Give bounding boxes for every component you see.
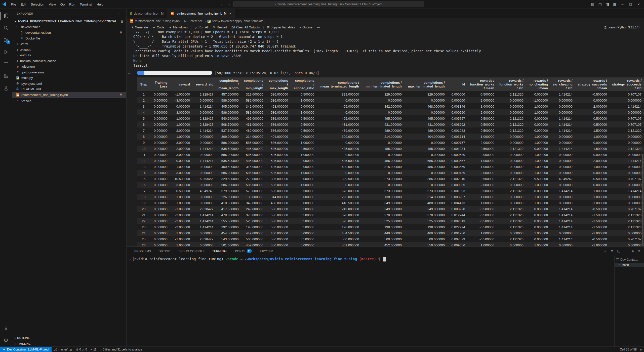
- search-sidebar-icon[interactable]: [0, 22, 12, 34]
- menu-edit[interactable]: Edit: [18, 0, 28, 9]
- file-item-outputs[interactable]: ›outputs: [12, 53, 126, 58]
- cell: 1.414214: [550, 212, 575, 218]
- file-item-.devcontainer[interactable]: ›.devcontainer: [12, 24, 126, 30]
- panel-more-icon[interactable]: ⋯: [623, 248, 629, 254]
- cell: -1.000000: [170, 91, 192, 97]
- maximize-panel-icon[interactable]: ∧: [630, 248, 636, 254]
- new-terminal-icon[interactable]: ＋: [602, 248, 608, 254]
- terminal-dropdown-icon[interactable]: ∨: [609, 248, 615, 254]
- file-item-reinforcement_fine_tuning.ipynb[interactable]: reinforcement_fine_tuning.ipynbM: [12, 92, 126, 98]
- menu-file[interactable]: File: [9, 0, 18, 9]
- ports-status[interactable]: ⌖ 11: [89, 347, 98, 352]
- menu-help[interactable]: Help: [94, 0, 106, 9]
- layout-grid-icon[interactable]: ▦: [611, 2, 618, 6]
- tab-devcontainer-json[interactable]: {} devcontainer.json M: [127, 9, 167, 18]
- remote-explorer-icon[interactable]: [0, 58, 12, 70]
- docker-icon: ≋: [20, 36, 24, 40]
- maximize-button[interactable]: □: [627, 0, 634, 9]
- file-item-README.md[interactable]: ⓘREADME.md: [12, 86, 126, 92]
- panel-tab-debug-console[interactable]: DEBUG CONSOLE: [177, 247, 206, 255]
- menu-selection[interactable]: Selection: [28, 0, 46, 9]
- command-center-search[interactable]: ⌕ nvidia_reinforcement_learning_fine_tun…: [233, 1, 424, 7]
- cell: 0.000000: [150, 236, 170, 242]
- panel-tab-ports[interactable]: PORTS11: [234, 247, 253, 255]
- extensions-icon[interactable]: [0, 70, 12, 82]
- cell: 0.002013: [447, 218, 468, 224]
- kernel-picker[interactable]: ⚗ .venv (Python 3.11.14): [604, 26, 644, 29]
- remote-indicator[interactable]: >< Dev Container: LLM-RL-Project: [0, 347, 52, 352]
- menu-view[interactable]: View: [47, 0, 58, 9]
- add-markdown-cell-button[interactable]: ＋Markdown: [167, 24, 190, 30]
- panel-tab-output[interactable]: OUTPUT: [157, 247, 172, 255]
- cell: 0.000000: [497, 152, 526, 158]
- run-debug-icon[interactable]: [0, 46, 12, 58]
- close-button[interactable]: ×: [635, 0, 642, 9]
- account-icon[interactable]: [0, 322, 12, 334]
- terminal-group-header[interactable]: Dev Contai...: [615, 257, 644, 262]
- timeline-section[interactable]: › TIMELINE: [12, 341, 126, 346]
- explorer-more-icon[interactable]: ⋯: [118, 12, 122, 16]
- panel-tab-jupyter[interactable]: JUPYTER: [258, 247, 274, 255]
- back-arrow-icon[interactable]: ←: [220, 2, 224, 6]
- clear-outputs-button[interactable]: ⌧Clear All Outputs: [229, 24, 262, 30]
- close-panel-icon[interactable]: ×: [636, 248, 641, 254]
- settings-gear-icon[interactable]: ⚙: [0, 334, 12, 346]
- restart-button[interactable]: ⟳Restart: [211, 24, 229, 30]
- analyze-status[interactable]: ◌ 0 files and 31 cells to analyze: [98, 347, 144, 352]
- terminal[interactable]: ○(nvidia-reinforcement-learning-fine-tun…: [127, 255, 614, 346]
- file-item-.venv[interactable]: ›.venv: [12, 41, 126, 47]
- terminal-bash-item[interactable]: › bash: [615, 263, 644, 267]
- cell: -1.500000: [575, 127, 610, 134]
- problems-status[interactable]: ⊗ 0 △ 0: [74, 347, 89, 352]
- menu-terminal[interactable]: Terminal: [77, 0, 94, 9]
- cell: -2.000000: [575, 158, 610, 164]
- file-item-unsloth_compiled_cache[interactable]: ›unsloth_compiled_cache: [12, 58, 126, 64]
- breadcrumb-file[interactable]: reinforcement_fine_tuning.ipynb: [135, 19, 180, 23]
- cell: 392.000000: [216, 224, 241, 230]
- panel-tab-problems[interactable]: PROBLEMS: [133, 247, 152, 255]
- breadcrumb-code[interactable]: text = tokenizer.apply_chat_template(: [212, 19, 264, 23]
- file-item-pyproject.toml[interactable]: ⚙pyproject.toml: [12, 81, 126, 86]
- toggle-panel-icon[interactable]: ◨: [604, 2, 611, 6]
- project-action-icon[interactable]: ◎: [121, 20, 123, 23]
- close-tab-icon[interactable]: ×: [229, 12, 231, 16]
- customize-layout-icon[interactable]: ▤: [589, 2, 596, 6]
- git-branch-status[interactable]: ⎇ master* ☁: [52, 347, 74, 352]
- outline-button[interactable]: ≡Outline: [297, 24, 314, 30]
- table-row: 120.0000000.0000001.414214535.500000486.…: [137, 158, 644, 164]
- add-code-cell-button[interactable]: ＋Code: [150, 24, 166, 30]
- forward-arrow-icon[interactable]: →: [226, 2, 231, 6]
- tab-reinforcement-ipynb[interactable]: reinforcement_fine_tuning.ipynb M ×: [167, 9, 235, 18]
- jupyter-variables-button[interactable]: ⊡Jupyter Variables: [265, 24, 297, 30]
- editor-scrollbar[interactable]: [642, 154, 643, 246]
- file-item-uv.lock[interactable]: ≡uv.lock: [12, 98, 126, 104]
- run-all-button[interactable]: ▷Run All: [193, 24, 211, 30]
- split-terminal-icon[interactable]: ◫: [616, 248, 622, 254]
- explorer-icon[interactable]: [0, 10, 12, 22]
- menu-run[interactable]: Run: [67, 0, 77, 9]
- breadcrumb-section[interactable]: Inference: [190, 19, 203, 23]
- file-item-main.py[interactable]: main.py: [12, 75, 126, 81]
- file-item-devcontainer.json[interactable]: {}devcontainer.jsonM: [12, 30, 126, 36]
- cell: 386.000000: [404, 176, 447, 182]
- toolbar-more-button[interactable]: ⋯: [315, 24, 322, 30]
- menu-go[interactable]: Go: [58, 0, 67, 9]
- file-item-.vscode[interactable]: ›.vscode: [12, 47, 126, 53]
- outline-section[interactable]: › OUTLINE: [12, 335, 126, 341]
- toggle-sidebar-icon[interactable]: ◫: [597, 2, 603, 6]
- chevron-down-icon: ›: [16, 25, 20, 29]
- text-icon: ≡: [16, 99, 20, 102]
- notifications-bell[interactable]: ⍾: [638, 348, 644, 351]
- cell-more-icon[interactable]: ⋯: [128, 71, 131, 75]
- breadcrumb[interactable]: reinforcement_fine_tuning.ipynb › M↓ Inf…: [127, 18, 644, 24]
- panel-tab-terminal[interactable]: TERMINAL: [211, 247, 229, 255]
- cell-indicator[interactable]: Cell 55 of 58: [618, 348, 638, 351]
- file-item-.gitignore[interactable]: ◆.gitignore: [12, 64, 126, 70]
- minimize-button[interactable]: –: [619, 0, 626, 9]
- project-section-header[interactable]: › NVIDIA_REINFORCEMENT_LEARNING_FINE_TUN…: [12, 18, 126, 24]
- generate-button[interactable]: ∗Generate: [129, 24, 150, 30]
- file-item-Dockerfile[interactable]: ≋Dockerfile: [12, 35, 126, 41]
- testing-flask-icon[interactable]: [0, 82, 12, 94]
- file-item-.python-version[interactable]: ≡.python-version: [12, 69, 126, 75]
- source-control-icon[interactable]: 2: [0, 34, 12, 46]
